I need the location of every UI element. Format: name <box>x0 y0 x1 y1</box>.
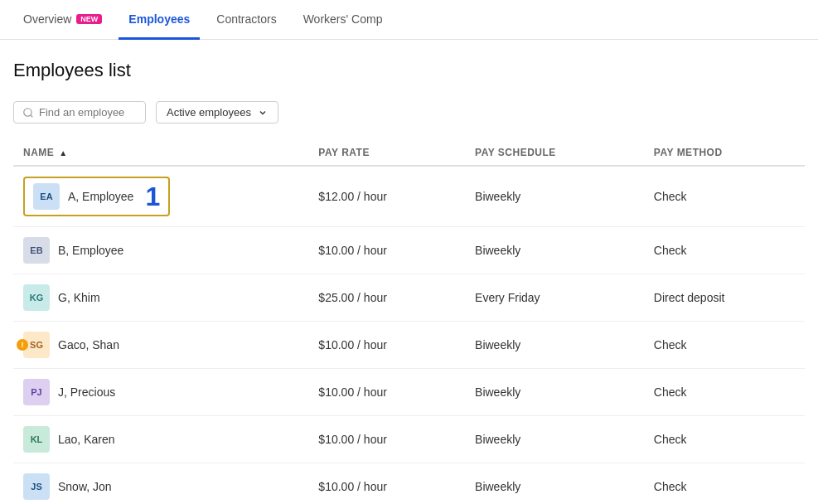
chevron-down-icon <box>258 108 268 118</box>
pay-schedule-cell: Every Friday <box>465 274 644 322</box>
pay-schedule-cell: Biweekly <box>465 322 644 369</box>
pay-rate-cell: $10.00 / hour <box>308 227 465 274</box>
table-row[interactable]: PJJ, Precious$10.00 / hourBiweeklyCheck <box>13 369 805 416</box>
name-cell-td[interactable]: EAA, Employee1 <box>13 166 308 227</box>
pay-method-cell: Check <box>644 416 805 463</box>
nav-item-overview[interactable]: OverviewNEW <box>13 1 112 40</box>
pay-schedule-cell: Biweekly <box>465 416 644 463</box>
svg-line-1 <box>31 114 33 117</box>
name-cell-td[interactable]: PJJ, Precious <box>13 369 308 416</box>
employee-name: A, Employee <box>68 190 133 203</box>
table-row[interactable]: JSSnow, Jon$10.00 / hourBiweeklyCheck <box>13 463 805 505</box>
pay-method-cell: Check <box>644 463 805 505</box>
name-cell-td[interactable]: KGG, Khim <box>13 274 308 322</box>
new-badge: NEW <box>76 14 102 24</box>
pay-method-cell: Check <box>644 369 805 416</box>
pay-rate-cell: $10.00 / hour <box>308 463 465 505</box>
col-pay-rate: PAY RATE <box>308 140 465 166</box>
table-body: EAA, Employee1$12.00 / hourBiweeklyCheck… <box>13 166 805 504</box>
name-cell-td[interactable]: JSSnow, Jon <box>13 463 308 505</box>
search-input[interactable] <box>39 106 137 119</box>
employee-name: G, Khim <box>58 291 100 304</box>
employee-name: J, Precious <box>58 385 115 399</box>
sort-arrow-icon: ▲ <box>59 148 67 158</box>
col-pay-method: PAY METHOD <box>644 140 805 166</box>
table-row[interactable]: KGG, Khim$25.00 / hourEvery FridayDirect… <box>13 274 805 322</box>
alert-icon: ! <box>17 339 28 351</box>
rank-badge: 1 <box>145 183 160 210</box>
nav-item-contractors[interactable]: Contractors <box>206 1 286 40</box>
pay-method-cell: Check <box>644 166 805 227</box>
avatar: PJ <box>23 379 50 405</box>
name-cell-td[interactable]: !SGGaco, Shan <box>13 322 308 369</box>
col-name[interactable]: NAME ▲ <box>13 140 308 166</box>
svg-point-0 <box>24 108 31 115</box>
col-pay-schedule: PAY SCHEDULE <box>465 140 644 166</box>
pay-rate-cell: $10.00 / hour <box>308 416 465 463</box>
search-icon <box>22 107 34 119</box>
employee-table: NAME ▲ PAY RATE PAY SCHEDULE PAY METHOD … <box>13 140 805 504</box>
pay-rate-cell: $25.00 / hour <box>308 274 465 322</box>
pay-rate-cell: $10.00 / hour <box>308 322 465 369</box>
avatar: EB <box>23 237 50 264</box>
pay-schedule-cell: Biweekly <box>465 166 644 227</box>
nav-item-employees[interactable]: Employees <box>119 1 200 40</box>
name-cell-td[interactable]: KLLao, Karen <box>13 416 308 463</box>
pay-schedule-cell: Biweekly <box>465 463 644 505</box>
top-nav: OverviewNEWEmployeesContractorsWorkers' … <box>0 0 818 40</box>
filter-dropdown[interactable]: Active employees <box>156 101 278 124</box>
pay-schedule-cell: Biweekly <box>465 369 644 416</box>
pay-method-cell: Check <box>644 227 805 274</box>
table-row[interactable]: EAA, Employee1$12.00 / hourBiweeklyCheck <box>13 166 805 227</box>
page-title: Employees list <box>13 60 805 81</box>
pay-method-cell: Check <box>644 322 805 369</box>
table-row[interactable]: !SGGaco, Shan$10.00 / hourBiweeklyCheck <box>13 322 805 369</box>
pay-rate-cell: $12.00 / hour <box>308 166 465 227</box>
nav-item-workers-comp[interactable]: Workers' Comp <box>293 1 393 40</box>
controls-row: Active employees <box>13 101 805 124</box>
employee-name: Gaco, Shan <box>58 338 119 351</box>
page-content: Employees list Active employees NAME ▲ <box>0 40 818 504</box>
avatar: KL <box>23 426 50 453</box>
avatar: KG <box>23 284 50 311</box>
employee-name: Snow, Jon <box>58 480 112 493</box>
pay-schedule-cell: Biweekly <box>465 227 644 274</box>
filter-label: Active employees <box>167 106 251 119</box>
avatar: EA <box>33 183 60 210</box>
search-box[interactable] <box>13 101 146 124</box>
employee-name: Lao, Karen <box>58 433 115 446</box>
avatar: JS <box>23 473 50 500</box>
pay-method-cell: Direct deposit <box>644 274 805 322</box>
employee-name: B, Employee <box>58 244 123 257</box>
pay-rate-cell: $10.00 / hour <box>308 369 465 416</box>
table-header: NAME ▲ PAY RATE PAY SCHEDULE PAY METHOD <box>13 140 805 166</box>
table-row[interactable]: EBB, Employee$10.00 / hourBiweeklyCheck <box>13 227 805 274</box>
name-cell-td[interactable]: EBB, Employee <box>13 227 308 274</box>
table-row[interactable]: KLLao, Karen$10.00 / hourBiweeklyCheck <box>13 416 805 463</box>
